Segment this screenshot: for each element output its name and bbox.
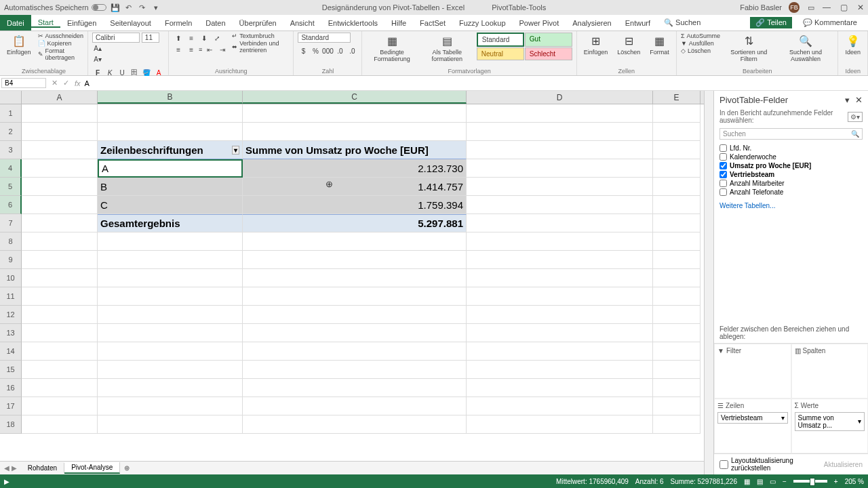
decrease-decimal-icon[interactable]: .0 (347, 45, 357, 56)
zoom-out-icon[interactable]: − (783, 478, 787, 485)
cell[interactable] (653, 251, 701, 269)
tab-analysieren[interactable]: Analysieren (566, 19, 618, 27)
align-top-icon[interactable]: ⬆ (173, 33, 184, 43)
cell[interactable] (467, 178, 653, 196)
cell[interactable]: 2.123.730 (243, 159, 467, 178)
qat-dropdown-icon[interactable]: ▾ (151, 3, 161, 12)
spreadsheet-grid[interactable]: A B C D E 123Zeilenbeschriftungen▾Summe … (0, 91, 704, 461)
area-werte[interactable]: ΣWerte Summe von Umsatz p...▾ (791, 399, 869, 453)
cell[interactable]: 1.414.757 (243, 178, 467, 196)
clear-button[interactable]: ◇ Löschen (681, 47, 720, 54)
cell[interactable] (243, 306, 467, 324)
save-icon[interactable]: 💾 (111, 3, 120, 12)
cell[interactable] (243, 287, 467, 306)
cancel-formula-icon[interactable]: ✕ (52, 79, 58, 87)
row-header[interactable]: 10 (0, 269, 22, 287)
cell[interactable] (22, 324, 98, 342)
row-header[interactable]: 3 (0, 141, 22, 159)
cell[interactable] (22, 232, 98, 251)
field-mitarbeiter[interactable]: Anzahl Mitarbeiter (719, 179, 863, 188)
cell[interactable] (22, 361, 98, 379)
filter-dropdown-icon[interactable]: ▾ (232, 146, 239, 155)
cell[interactable] (467, 214, 653, 232)
field-kalenderwoche[interactable]: Kalenderwoche (719, 152, 863, 161)
cell[interactable] (243, 397, 467, 415)
tab-entwurf[interactable]: Entwurf (618, 19, 657, 27)
fx-icon[interactable]: fx (75, 79, 81, 87)
cell[interactable] (22, 178, 98, 196)
align-left-icon[interactable]: ≡ (173, 44, 184, 55)
field-umsatz[interactable]: Umsatz pro Woche [EUR] (719, 161, 863, 170)
row-header[interactable]: 12 (0, 306, 22, 324)
tab-daten[interactable]: Daten (199, 19, 232, 27)
orientation-icon[interactable]: ⤢ (212, 33, 222, 43)
cell[interactable] (98, 232, 243, 251)
cell[interactable] (22, 214, 98, 232)
cell[interactable]: A (98, 159, 243, 178)
col-header-e[interactable]: E (653, 91, 701, 104)
cell[interactable] (98, 342, 243, 361)
cell[interactable] (243, 342, 467, 361)
cells-delete-button[interactable]: ⊟Löschen (614, 33, 643, 57)
cell[interactable] (243, 123, 467, 141)
row-header[interactable]: 9 (0, 251, 22, 269)
indent-decrease-icon[interactable]: ⇤ (204, 44, 215, 55)
cell[interactable] (653, 361, 701, 379)
cell[interactable] (467, 196, 653, 214)
name-box[interactable] (1, 78, 46, 88)
cell[interactable] (22, 287, 98, 306)
cell[interactable] (98, 287, 243, 306)
zoom-level[interactable]: 205 % (845, 478, 864, 485)
conditional-format-button[interactable]: ▦Bedingte Formatierung (366, 33, 417, 64)
tab-hilfe[interactable]: Hilfe (384, 19, 413, 27)
cell[interactable] (243, 415, 467, 434)
share-button[interactable]: 🔗 Teilen (750, 17, 792, 28)
cell[interactable] (22, 196, 98, 214)
zoom-slider[interactable] (793, 480, 827, 483)
sheet-tab-rohdaten[interactable]: Rohdaten (21, 463, 64, 473)
cell[interactable]: Summe von Umsatz pro Woche [EUR] (243, 141, 467, 159)
cell[interactable] (467, 123, 653, 141)
tab-ansicht[interactable]: Ansicht (283, 19, 321, 27)
cell[interactable] (22, 159, 98, 178)
format-painter-button[interactable]: ✎Format übertragen (38, 47, 84, 61)
cell[interactable] (98, 379, 243, 397)
paste-button[interactable]: 📋Einfügen (4, 33, 34, 57)
cell[interactable] (467, 104, 653, 123)
gear-icon[interactable]: ⚙▾ (848, 112, 863, 122)
cell[interactable] (467, 269, 653, 287)
number-format-combo[interactable]: Standard (298, 33, 351, 43)
cell[interactable] (98, 269, 243, 287)
cell[interactable] (653, 269, 701, 287)
cell[interactable] (467, 415, 653, 434)
cell[interactable] (98, 361, 243, 379)
format-as-table-button[interactable]: ▤Als Tabelle formatieren (422, 33, 473, 64)
sort-filter-button[interactable]: ⇅Sortieren und Filtern (724, 33, 774, 64)
cell[interactable] (653, 123, 701, 141)
cell[interactable] (243, 269, 467, 287)
cell[interactable] (467, 397, 653, 415)
add-sheet-button[interactable]: ⊕ (120, 463, 134, 473)
font-name-combo[interactable]: Calibri (92, 33, 140, 43)
cells-format-button[interactable]: ▦Format (647, 33, 672, 57)
cell[interactable] (467, 306, 653, 324)
pane-close-icon[interactable]: ✕ (855, 95, 863, 105)
cell[interactable]: 1.759.394 (243, 196, 467, 214)
cell[interactable] (467, 251, 653, 269)
indent-increase-icon[interactable]: ⇥ (217, 44, 228, 55)
cell[interactable] (653, 232, 701, 251)
align-middle-icon[interactable]: ≡ (186, 33, 197, 43)
cell[interactable] (653, 379, 701, 397)
cell[interactable] (98, 251, 243, 269)
tab-datei[interactable]: Datei (0, 15, 31, 30)
tab-factset[interactable]: FactSet (413, 19, 452, 27)
ribbon-options-icon[interactable]: ▭ (806, 3, 816, 12)
row-header[interactable]: 1 (0, 104, 22, 123)
tab-fuzzy-lookup[interactable]: Fuzzy Lookup (452, 19, 512, 27)
increase-decimal-icon[interactable]: .0 (334, 45, 345, 56)
cell[interactable] (22, 123, 98, 141)
cell[interactable] (98, 415, 243, 434)
col-header-d[interactable]: D (467, 91, 653, 104)
cell[interactable] (98, 104, 243, 123)
cell[interactable] (467, 232, 653, 251)
